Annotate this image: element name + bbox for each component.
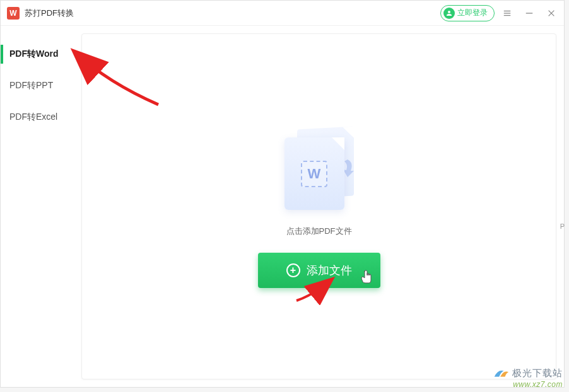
sidebar-item-label: PDF转PPT bbox=[9, 80, 53, 90]
sidebar-item-label: PDF转Excel bbox=[9, 112, 57, 122]
hint-text: 点击添加PDF文件 bbox=[286, 226, 352, 237]
watermark-name: 极光下载站 bbox=[512, 367, 563, 379]
user-avatar-icon bbox=[443, 8, 455, 19]
sidebar-item-pdf-to-word[interactable]: PDF转Word bbox=[1, 38, 81, 70]
sidebar: PDF转Word PDF转PPT PDF转Excel bbox=[1, 26, 81, 387]
menu-button[interactable] bbox=[501, 7, 513, 20]
sidebar-item-label: PDF转Word bbox=[9, 49, 59, 59]
login-button[interactable]: 立即登录 bbox=[440, 5, 495, 21]
watermark: 极光下载站 www.xz7.com bbox=[492, 366, 563, 389]
content-area: PDF转Word PDF转PPT PDF转Excel W bbox=[1, 26, 564, 387]
edge-text: P bbox=[560, 222, 565, 230]
plus-icon: + bbox=[286, 263, 300, 277]
app-icon: W bbox=[7, 7, 20, 20]
watermark-url: www.xz7.com bbox=[492, 380, 563, 389]
add-file-button[interactable]: + 添加文件 bbox=[258, 253, 380, 288]
window-controls bbox=[501, 7, 558, 20]
word-badge-icon: W bbox=[301, 161, 327, 187]
main-area: W 点击添加PDF文件 + 添加文件 bbox=[81, 26, 564, 387]
sidebar-item-pdf-to-excel[interactable]: PDF转Excel bbox=[1, 101, 81, 133]
titlebar: W 苏打PDF转换 立即登录 bbox=[1, 1, 564, 26]
login-label: 立即登录 bbox=[457, 8, 488, 18]
drop-panel[interactable]: W 点击添加PDF文件 + 添加文件 bbox=[81, 33, 556, 379]
app-window: W 苏打PDF转换 立即登录 PDF转Word bbox=[0, 0, 565, 388]
sidebar-item-pdf-to-ppt[interactable]: PDF转PPT bbox=[1, 70, 81, 101]
close-button[interactable] bbox=[545, 7, 558, 20]
minimize-button[interactable] bbox=[523, 7, 536, 20]
app-title: 苏打PDF转换 bbox=[25, 8, 74, 19]
cursor-icon bbox=[360, 269, 373, 283]
add-file-label: 添加文件 bbox=[307, 263, 352, 278]
document-illustration-icon: W bbox=[275, 125, 363, 213]
watermark-logo-icon bbox=[492, 366, 510, 380]
